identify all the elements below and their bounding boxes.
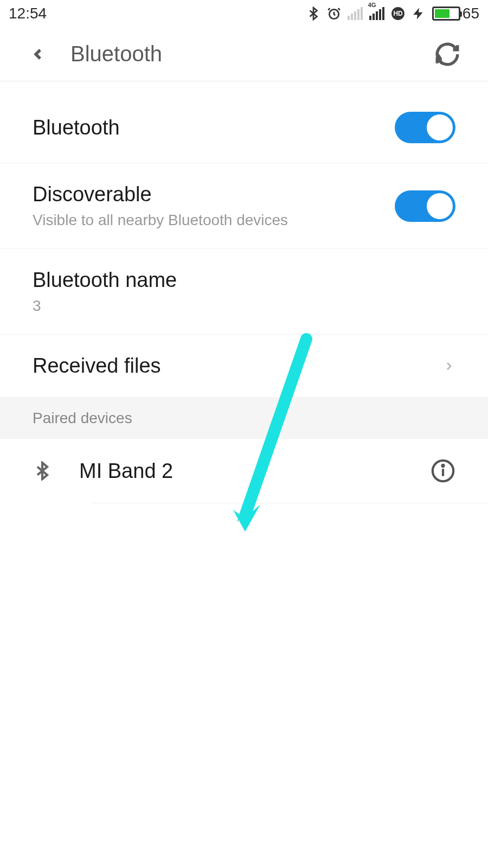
- svg-point-5: [442, 465, 444, 467]
- chevron-left-icon: [29, 43, 47, 65]
- bluetooth-name-row[interactable]: Bluetooth name 3: [0, 249, 488, 335]
- device-name: MI Band 2: [79, 459, 403, 483]
- charging-icon: [412, 7, 426, 21]
- discoverable-sublabel: Visible to all nearby Bluetooth devices: [33, 212, 395, 229]
- svg-marker-9: [233, 505, 260, 532]
- bluetooth-status-icon: [306, 7, 320, 21]
- settings-content: Bluetooth Discoverable Visible to all ne…: [0, 81, 488, 503]
- svg-text:HD: HD: [393, 10, 403, 17]
- refresh-icon: [434, 41, 461, 68]
- status-time: 12:54: [9, 5, 47, 22]
- paired-device-row[interactable]: MI Band 2: [0, 439, 488, 503]
- bluetooth-toggle[interactable]: [395, 112, 455, 143]
- battery-percent: 65: [463, 5, 479, 22]
- bluetooth-name-label: Bluetooth name: [33, 269, 455, 292]
- refresh-button[interactable]: [434, 41, 461, 68]
- page-header: Bluetooth: [0, 27, 488, 81]
- hd-icon: HD: [391, 7, 405, 21]
- signal-4g-icon: 4G: [369, 7, 384, 20]
- bluetooth-toggle-label: Bluetooth: [33, 116, 395, 139]
- discoverable-toggle[interactable]: [395, 190, 455, 222]
- discoverable-row[interactable]: Discoverable Visible to all nearby Bluet…: [0, 163, 488, 249]
- device-info-button[interactable]: [431, 458, 455, 483]
- battery-icon: 65: [432, 5, 479, 22]
- paired-devices-header: Paired devices: [0, 398, 488, 439]
- bluetooth-toggle-row[interactable]: Bluetooth: [0, 81, 488, 163]
- back-button[interactable]: [27, 43, 49, 65]
- bluetooth-icon: [33, 461, 52, 481]
- status-bar: 12:54 4G HD: [0, 0, 488, 27]
- received-files-row[interactable]: Received files: [0, 335, 488, 398]
- alarm-icon: [327, 7, 341, 21]
- discoverable-label: Discoverable: [33, 183, 395, 206]
- page-title: Bluetooth: [70, 42, 434, 66]
- signal-weak-icon: [348, 7, 363, 20]
- received-files-label: Received files: [33, 354, 442, 378]
- info-icon: [431, 458, 455, 483]
- chevron-right-icon: [442, 360, 455, 373]
- status-icons: 4G HD 65: [306, 5, 479, 22]
- bluetooth-name-value: 3: [33, 297, 455, 315]
